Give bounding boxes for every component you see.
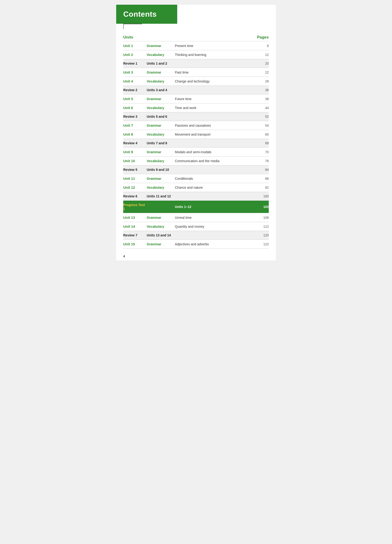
table-rows: Unit 1 Grammar Present time 6 Unit 2 Voc… xyxy=(123,41,269,249)
cell-page: 84 xyxy=(255,168,269,171)
table-row: Unit 3 Grammar Past time 22 xyxy=(123,68,269,77)
cell-unit: Unit 12 xyxy=(123,185,147,189)
cell-type: Grammar xyxy=(147,242,175,246)
cell-unit: Review 6 xyxy=(123,194,147,198)
cell-type: Units 7 and 8 xyxy=(147,141,175,145)
cell-unit: Unit 6 xyxy=(123,106,147,110)
cell-page: 86 xyxy=(255,177,269,180)
cell-topic: Quantity and money xyxy=(175,225,255,228)
table-row: Unit 1 Grammar Present time 6 xyxy=(123,41,269,50)
cell-type: Grammar xyxy=(147,97,175,101)
table-row: Unit 4 Vocabulary Change and technology … xyxy=(123,77,269,86)
cell-type: Units 13 and 14 xyxy=(147,233,175,237)
cell-topic: Change and technology xyxy=(175,79,255,83)
cell-type: Units 5 and 6 xyxy=(147,115,175,118)
table-row: Review 7 Units 13 and 14 120 xyxy=(123,231,269,240)
cell-page: 54 xyxy=(255,124,269,127)
cell-unit: Review 5 xyxy=(123,168,147,171)
cell-page: 28 xyxy=(255,79,269,83)
cell-topic: Thinking and learning xyxy=(175,53,255,57)
cell-unit: Unit 9 xyxy=(123,150,147,154)
cell-type: Units 11 and 12 xyxy=(147,194,175,198)
table-row: Review 5 Units 9 and 10 84 xyxy=(123,166,269,174)
page-number: 4 xyxy=(123,254,125,258)
cell-topic: Future time xyxy=(175,97,255,101)
table-row: Review 2 Units 3 and 4 36 xyxy=(123,86,269,95)
table-row: Review 3 Units 5 and 6 52 xyxy=(123,112,269,121)
cell-page: 106 xyxy=(255,216,269,219)
contents-table: Units Pages Unit 1 Grammar Present time … xyxy=(116,29,276,251)
table-row: Unit 6 Vocabulary Time and work 44 xyxy=(123,103,269,112)
table-row: Review 4 Units 7 and 8 68 xyxy=(123,139,269,148)
cell-unit: Progress Test 1 xyxy=(123,203,147,211)
col-header-units: Units xyxy=(123,35,147,40)
cell-type: Units 9 and 10 xyxy=(147,168,175,171)
cell-unit: Unit 3 xyxy=(123,70,147,74)
cell-topic: Movement and transport xyxy=(175,133,255,136)
cell-topic: Modals and semi-modals xyxy=(175,150,255,154)
cell-type: Vocabulary xyxy=(147,225,175,228)
header-banner: Contents xyxy=(116,5,177,24)
cell-unit: Unit 1 xyxy=(123,44,147,48)
table-row: Unit 5 Grammar Future time 38 xyxy=(123,95,269,103)
table-row: Unit 14 Vocabulary Quantity and money 11… xyxy=(123,222,269,231)
table-row: Unit 2 Vocabulary Thinking and learning … xyxy=(123,50,269,59)
cell-topic: Time and work xyxy=(175,106,255,110)
cell-page: 38 xyxy=(255,97,269,101)
cell-page: 112 xyxy=(255,225,269,228)
cell-type: Grammar xyxy=(147,216,175,219)
table-row: Unit 15 Grammar Adjectives and adverbs 1… xyxy=(123,240,269,249)
cell-type: Units 1 and 2 xyxy=(147,62,175,65)
cell-type: Vocabulary xyxy=(147,79,175,83)
cell-unit: Review 3 xyxy=(123,115,147,118)
cell-topic: Past time xyxy=(175,71,255,74)
cell-page: 36 xyxy=(255,88,269,92)
col-header-pages: Pages xyxy=(255,35,269,40)
cell-type: Grammar xyxy=(147,124,175,127)
table-row: Unit 11 Grammar Conditionals 86 xyxy=(123,174,269,183)
column-headers: Units Pages xyxy=(123,34,269,41)
cell-page: 22 xyxy=(255,71,269,74)
cell-unit: Review 7 xyxy=(123,233,147,237)
cell-unit: Review 4 xyxy=(123,141,147,145)
cell-topic: Units 1–12 xyxy=(175,205,255,209)
cell-type: Vocabulary xyxy=(147,159,175,163)
cell-unit: Unit 8 xyxy=(123,132,147,136)
cell-unit: Unit 14 xyxy=(123,225,147,228)
table-row: Unit 13 Grammar Unreal time 106 xyxy=(123,213,269,222)
cell-unit: Unit 4 xyxy=(123,79,147,83)
cell-type: Units 3 and 4 xyxy=(147,88,175,92)
cell-type: Grammar xyxy=(147,177,175,180)
cell-unit: Unit 11 xyxy=(123,177,147,180)
header-divider-v xyxy=(123,24,124,29)
cell-topic: Unreal time xyxy=(175,216,255,219)
cell-unit: Unit 13 xyxy=(123,215,147,219)
cell-type: Grammar xyxy=(147,44,175,48)
table-row: Unit 9 Grammar Modals and semi-modals 70 xyxy=(123,148,269,156)
cell-unit: Review 1 xyxy=(123,62,147,65)
cell-page: 20 xyxy=(255,62,269,65)
cell-page: 92 xyxy=(255,186,269,189)
cell-topic: Adjectives and adverbs xyxy=(175,242,255,246)
cell-topic: Conditionals xyxy=(175,177,255,180)
cell-unit: Unit 7 xyxy=(123,123,147,127)
cell-topic: Chance and nature xyxy=(175,186,255,189)
cell-topic: Present time xyxy=(175,44,255,48)
cell-type: Grammar xyxy=(147,150,175,154)
page: Contents Units Pages Unit 1 Grammar Pres… xyxy=(116,5,276,260)
cell-type: Vocabulary xyxy=(147,186,175,189)
cell-unit: Unit 2 xyxy=(123,53,147,57)
cell-unit: Unit 15 xyxy=(123,242,147,246)
cell-page: 6 xyxy=(255,44,269,48)
cell-page: 102 xyxy=(255,205,269,209)
cell-page: 44 xyxy=(255,106,269,110)
cell-topic: Communication and the media xyxy=(175,159,255,163)
cell-page: 68 xyxy=(255,141,269,145)
page-title: Contents xyxy=(123,10,157,18)
cell-page: 120 xyxy=(255,233,269,237)
cell-unit: Review 2 xyxy=(123,88,147,92)
cell-page: 70 xyxy=(255,150,269,154)
cell-page: 12 xyxy=(255,53,269,57)
table-row: Review 6 Units 11 and 12 100 xyxy=(123,192,269,201)
cell-page: 122 xyxy=(255,242,269,246)
